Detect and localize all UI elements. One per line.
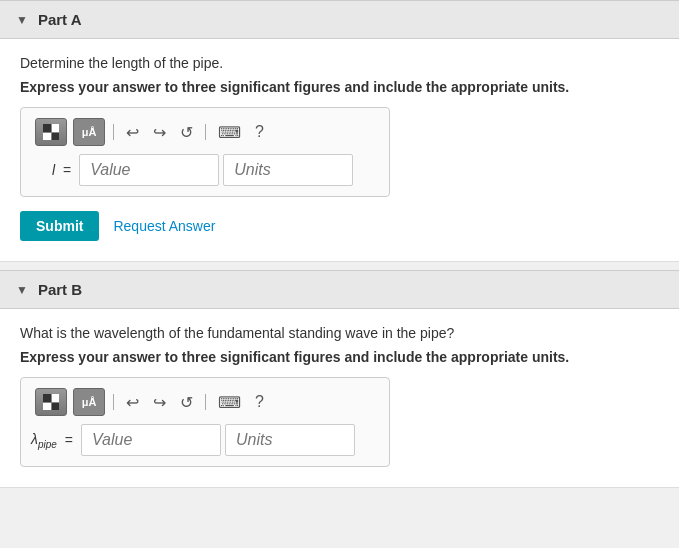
- toolbar-b-separator-2: [205, 394, 206, 410]
- part-b-reset-button[interactable]: ↺: [176, 391, 197, 414]
- part-b-title: Part B: [38, 281, 82, 298]
- part-a-instruction: Determine the length of the pipe.: [20, 55, 659, 71]
- part-b-subscript: pipe: [38, 438, 57, 449]
- part-b-input-row: λpipe =: [31, 424, 379, 456]
- part-b-chevron-icon: ▼: [16, 283, 28, 297]
- part-a-content: Determine the length of the pipe. Expres…: [0, 39, 679, 262]
- part-b-toolbar: μÅ ↩ ↪ ↺ ⌨ ?: [31, 388, 379, 416]
- part-b-undo-button[interactable]: ↩: [122, 391, 143, 414]
- part-a-undo-button[interactable]: ↩: [122, 121, 143, 144]
- part-b-answer-box: μÅ ↩ ↪ ↺ ⌨ ? λpipe =: [20, 377, 390, 467]
- grid-icon-b: [43, 394, 59, 410]
- part-a-help-button[interactable]: ?: [251, 121, 268, 143]
- part-b-express-instruction: Express your answer to three significant…: [20, 349, 659, 365]
- part-b-keyboard-button[interactable]: ⌨: [214, 391, 245, 414]
- part-a-grid-button[interactable]: [35, 118, 67, 146]
- part-a-variable-label: l: [31, 162, 55, 178]
- part-b-redo-button[interactable]: ↪: [149, 391, 170, 414]
- part-b-equals: =: [65, 432, 73, 448]
- part-a-toolbar: μÅ ↩ ↪ ↺ ⌨ ?: [31, 118, 379, 146]
- part-a-title: Part A: [38, 11, 82, 28]
- part-b-instruction: What is the wavelength of the fundamenta…: [20, 325, 659, 341]
- part-a-chevron-icon: ▼: [16, 13, 28, 27]
- part-b-variable-label: λpipe: [31, 431, 57, 450]
- part-a-submit-button[interactable]: Submit: [20, 211, 99, 241]
- part-b-content: What is the wavelength of the fundamenta…: [0, 309, 679, 488]
- part-a-units-input[interactable]: [223, 154, 353, 186]
- part-a-input-row: l =: [31, 154, 379, 186]
- toolbar-separator-1: [113, 124, 114, 140]
- toolbar-separator-2: [205, 124, 206, 140]
- part-b-header[interactable]: ▼ Part B: [0, 270, 679, 309]
- part-a-action-row: Submit Request Answer: [20, 211, 659, 241]
- part-a-equals: =: [63, 162, 71, 178]
- part-a-request-answer-link[interactable]: Request Answer: [113, 218, 215, 234]
- part-a-value-input[interactable]: [79, 154, 219, 186]
- part-a-answer-box: μÅ ↩ ↪ ↺ ⌨ ? l =: [20, 107, 390, 197]
- part-a-redo-button[interactable]: ↪: [149, 121, 170, 144]
- part-b-value-input[interactable]: [81, 424, 221, 456]
- part-b-mu-a-button[interactable]: μÅ: [73, 388, 105, 416]
- part-a-express-instruction: Express your answer to three significant…: [20, 79, 659, 95]
- toolbar-b-separator-1: [113, 394, 114, 410]
- part-b-units-input[interactable]: [225, 424, 355, 456]
- part-a-keyboard-button[interactable]: ⌨: [214, 121, 245, 144]
- part-b-help-button[interactable]: ?: [251, 391, 268, 413]
- part-a-header[interactable]: ▼ Part A: [0, 0, 679, 39]
- mu-a-label-b: μÅ: [82, 396, 97, 408]
- part-a-mu-a-button[interactable]: μÅ: [73, 118, 105, 146]
- part-b-grid-button[interactable]: [35, 388, 67, 416]
- mu-a-label: μÅ: [82, 126, 97, 138]
- grid-icon: [43, 124, 59, 140]
- part-a-reset-button[interactable]: ↺: [176, 121, 197, 144]
